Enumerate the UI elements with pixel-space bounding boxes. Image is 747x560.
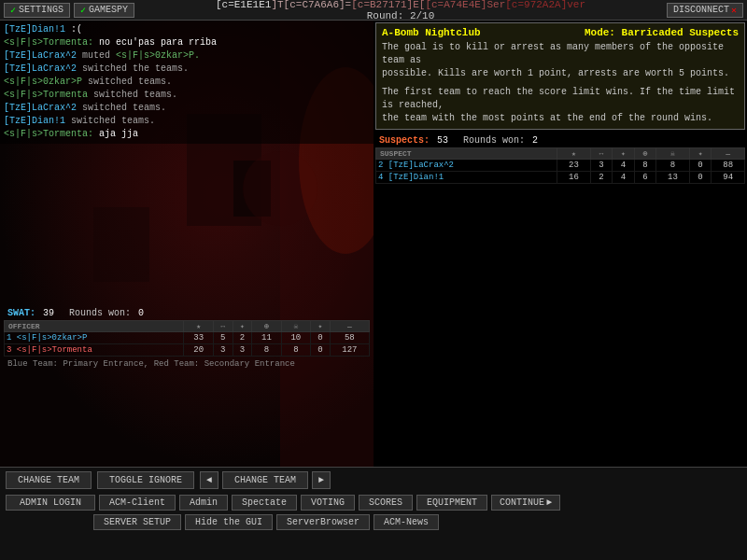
server-setup-button[interactable]: SERVER SETUP: [93, 514, 181, 530]
gamespy-button[interactable]: ✓ GAMESPY: [74, 3, 134, 18]
game-mode: Mode: Barricaded Suspects: [585, 27, 739, 38]
chat-line: [TzE]Dian!1 :(: [4, 23, 370, 36]
equipment-button[interactable]: EQUIPMENT: [416, 495, 487, 511]
toggle-ignore-button[interactable]: TOGGLE IGNORE: [97, 471, 194, 489]
col-s5: ☠: [281, 321, 310, 332]
chat-line: [TzE]LaCrax^2 muted <s|F|s>0zkar>P.: [4, 49, 370, 63]
col-s3: ✦: [613, 148, 634, 160]
chat-line: <s|F|s>Tormenta: aja jja: [4, 128, 370, 141]
col-s5: ☠: [656, 148, 690, 160]
col-s6: ✦: [311, 321, 331, 332]
suspects-rounds-label: Rounds won:: [463, 135, 525, 146]
spectate-button[interactable]: Spectate: [232, 495, 297, 511]
voting-button[interactable]: VOTING: [301, 495, 355, 511]
change-team-arrows: ◄ CHANGE TEAM ►: [200, 471, 331, 489]
table-row: 4 [TzE]Dian!1 16 2 4 6 13 0 94: [376, 172, 745, 184]
change-team-button[interactable]: CHANGE TEAM: [6, 471, 92, 489]
info-description: The goal is to kill or arrest as many me…: [382, 41, 739, 125]
admin-login-button[interactable]: ADMIN LOGIN: [6, 495, 95, 511]
col-s7: —: [712, 148, 745, 160]
scores-button[interactable]: SCORES: [359, 495, 413, 511]
col-s1: ★: [184, 321, 213, 332]
swat-rounds-label: Rounds won:: [69, 308, 131, 318]
chat-line: [TzE]LaCrax^2 switched teams.: [4, 102, 370, 115]
chat-line: [TzE]LaCrax^2 switched the teams.: [4, 63, 370, 76]
settings-button[interactable]: ✓ SETTINGS: [4, 3, 70, 18]
info-header: A-Bomb Nightclub Mode: Barricaded Suspec…: [382, 27, 739, 38]
swat-player-table: OFFICER ★ ↔ ✦ ⊕ ☠ ✦ — 1 <s|F|s>0zkar>P 3…: [4, 320, 370, 357]
title-area: [c=E1E1E1]T[c=C7A6A6]=[c=B27171]E[[c=A74…: [134, 0, 667, 21]
acm-client-button[interactable]: ACM-Client: [99, 495, 176, 511]
col-s6: ✦: [689, 148, 711, 160]
col-s3: ✦: [233, 321, 252, 332]
chat-line: <s|F|s>0zkar>P switched teams.: [4, 76, 370, 89]
continue-arrow-icon: ►: [546, 497, 552, 508]
swat-score-area: SWAT: 39 Rounds won: 0 OFFICER ★ ↔ ✦ ⊕ ☠…: [0, 304, 374, 373]
swat-header-row: SWAT: 39 Rounds won: 0: [4, 306, 370, 320]
suspects-score: 53: [437, 135, 448, 146]
round-info: Round: 2/10: [367, 10, 435, 21]
team-note: Blue Team: Primary Entrance, Red Team: S…: [4, 357, 370, 371]
hide-gui-button[interactable]: Hide the GUI: [185, 514, 273, 530]
col-officer: OFFICER: [5, 321, 184, 332]
chat-line: [TzE]Dian!1 switched teams.: [4, 115, 370, 128]
close-icon: ✕: [731, 5, 737, 16]
scoreboard: Suspects: 53 Rounds won: 2 SUSPECT ★ ↔ ✦…: [374, 132, 747, 467]
server-browser-button[interactable]: ServerBrowser: [276, 514, 370, 530]
prev-team-button[interactable]: ◄: [200, 471, 218, 489]
gamespy-check: ✓: [80, 5, 86, 16]
swat-rounds: 0: [138, 308, 144, 318]
map-name: A-Bomb Nightclub: [382, 27, 481, 38]
nav-buttons-row: ADMIN LOGIN ACM-Client Admin Spectate VO…: [0, 493, 747, 512]
chat-overlay: [TzE]Dian!1 :( <s|F|s>Tormenta: no ecu'p…: [0, 21, 374, 144]
main-area: [TzE]Dian!1 :( <s|F|s>Tormenta: no ecu'p…: [0, 21, 747, 467]
settings-check: ✓: [10, 5, 16, 16]
right-panel: A-Bomb Nightclub Mode: Barricaded Suspec…: [374, 21, 747, 467]
col-s4: ⊕: [252, 321, 281, 332]
chat-line: <s|F|s>Tormenta: no ecu'pas para rriba: [4, 36, 370, 49]
table-row: 1 <s|F|s>0zkar>P 33 5 2 11 10 0 58: [5, 332, 370, 344]
suspects-player-table: SUSPECT ★ ↔ ✦ ⊕ ☠ ✦ — 2 [TzE]LaCrax^2 23: [375, 147, 745, 184]
swat-label: SWAT:: [7, 308, 35, 318]
top-bar-left: ✓ SETTINGS ✓ GAMESPY: [4, 3, 134, 18]
col-s2: ↔: [590, 148, 612, 160]
table-row: 2 [TzE]LaCrax^2 23 3 4 8 8 0 88: [376, 160, 745, 172]
col-s4: ⊕: [634, 148, 655, 160]
chat-line: <s|F|s>Tormenta switched teams.: [4, 89, 370, 102]
col-suspect: SUSPECT: [376, 148, 557, 160]
disconnect-button[interactable]: DISCONNECT ✕: [667, 3, 743, 18]
info-box: A-Bomb Nightclub Mode: Barricaded Suspec…: [375, 22, 745, 130]
secondary-nav-row: SERVER SETUP Hide the GUI ServerBrowser …: [0, 512, 747, 532]
bottom-area: CHANGE TEAM TOGGLE IGNORE ◄ CHANGE TEAM …: [0, 467, 747, 560]
change-team-button-2[interactable]: CHANGE TEAM: [222, 471, 308, 489]
next-team-button[interactable]: ►: [312, 471, 331, 489]
action-buttons-row: CHANGE TEAM TOGGLE IGNORE ◄ CHANGE TEAM …: [0, 468, 747, 493]
svg-rect-3: [93, 207, 149, 282]
col-s2: ↔: [213, 321, 233, 332]
acm-news-button[interactable]: ACM-News: [374, 514, 439, 530]
left-panel: [TzE]Dian!1 :( <s|F|s>Tormenta: no ecu'p…: [0, 21, 374, 467]
col-s7: —: [330, 321, 369, 332]
server-title: [c=E1E1E1]T[c=C7A6A6]=[c=B27171]E[[c=A74…: [216, 0, 585, 10]
continue-button[interactable]: CONTINUE ►: [491, 495, 560, 511]
suspects-header-row: Suspects: 53 Rounds won: 2: [375, 133, 745, 147]
suspects-label: Suspects:: [379, 135, 430, 146]
swat-score: 39: [43, 308, 54, 318]
suspects-rounds: 2: [532, 135, 538, 146]
table-row: 3 <s|F|s>Tormenta 20 3 3 8 8 0 127: [5, 344, 370, 357]
col-s1: ★: [557, 148, 591, 160]
top-bar: ✓ SETTINGS ✓ GAMESPY [c=E1E1E1]T[c=C7A6A…: [0, 0, 747, 21]
admin-button[interactable]: Admin: [179, 495, 228, 511]
